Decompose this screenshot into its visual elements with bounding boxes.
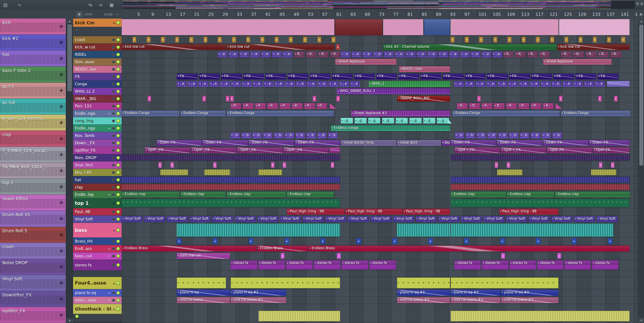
playlist-grid[interactable]: ▸▸▸▸▸▸▸▸▸▸▸▸▸▸▸▸▸▸▸▸▸▸▸▸▸▸▸▸▸kick low cu… — [122, 18, 638, 323]
collapse-icon[interactable]: ▲ — [113, 229, 115, 232]
clip[interactable] — [122, 19, 334, 35]
track-lane-stre-ause[interactable]: ▸Street Applause▸Street Applause — [122, 58, 638, 66]
clip-vinyl-soft[interactable]: ▸Vinyl Soft — [528, 216, 550, 222]
clip-vinyl-soft[interactable]: ▸Vinyl Soft — [484, 216, 505, 222]
pan-knob[interactable] — [112, 156, 115, 159]
clip[interactable] — [450, 19, 558, 35]
clip-stereo-fx[interactable]: ▸stereo fx — [482, 260, 508, 270]
clip-endless-conga[interactable]: ▸Endless Conga — [180, 110, 226, 116]
clip[interactable]: ▸ — [317, 37, 322, 43]
clip-endless-conga[interactable]: ▸Endless Conga — [452, 110, 560, 116]
clip-p[interactable]: ▸P.. — [506, 103, 517, 109]
track-lane-snar-fect[interactable]: ▸▸▸▸▸▸▸▸▸▸ — [122, 161, 638, 169]
track-lane-perc-133[interactable]: ▸P..▸P..▸P..▸P..▸P..▸P..▸P..▸P..▸P..▸P..… — [122, 102, 638, 110]
clip-endless-conga[interactable]: ▸Endless Conga — [226, 110, 334, 116]
clip-vinyl-soft[interactable]: ▸Vinyl Soft — [280, 216, 301, 222]
clip-fx[interactable]: ▸FX — [398, 73, 419, 79]
clip-down-fx[interactable]: ▸Down..FX — [543, 140, 589, 146]
clip-a[interactable]: ▸..a — [498, 81, 507, 87]
track-lane-cong-ling[interactable]: ▸..g▸..g▸..g▸..g▸..g▸..g▸..g▸..g — [122, 117, 638, 125]
picker-item-top-1[interactable]: top 1+ — [0, 179, 66, 195]
clip-r[interactable]: ▸R.. — [527, 51, 538, 57]
track-header-stre-ause[interactable]: Stre..ause — [73, 58, 122, 65]
pan-knob[interactable] — [112, 83, 115, 85]
clip[interactable]: ▸ — [230, 96, 234, 102]
picker-item-t-tsmk5-124-vocal[interactable]: T_TSMK5_124_vocal..+ — [0, 147, 66, 163]
clip-b[interactable]: ▸..b — [487, 132, 497, 138]
track-lane-bass[interactable] — [122, 223, 638, 238]
clip-mid-cut-piano-3[interactable]: ▸mid cut piano #3 — [501, 297, 558, 303]
clip[interactable]: ▸ — [202, 96, 206, 102]
clip-endless-clap[interactable]: ▸Endless clap — [180, 191, 226, 197]
clip-a[interactable]: ▸..a — [340, 81, 349, 87]
clip-a[interactable]: ▸..a — [274, 81, 284, 87]
clip-street-applause[interactable]: ▸Street Applause — [335, 59, 396, 65]
picker-scrollbar[interactable]: ▲ ▼ — [66, 18, 74, 323]
pan-knob[interactable] — [112, 210, 115, 213]
mute-led[interactable] — [116, 134, 120, 137]
track-lane-ghosthack-slap[interactable] — [122, 304, 638, 322]
clip-b[interactable]: ▸..b — [498, 132, 508, 138]
clip[interactable] — [258, 311, 340, 322]
clip[interactable]: ▸ — [281, 253, 285, 259]
track-lane-noizu-iser[interactable]: ▸NOIZU_riser — [122, 66, 638, 73]
clip-vinyl-soft[interactable]: ▸Vinyl Soft — [506, 216, 527, 222]
clip-r[interactable]: ▸R.. — [561, 51, 572, 57]
clip[interactable] — [450, 177, 630, 183]
clip-e[interactable]: ▸..e — [239, 51, 249, 57]
track-lane-top-1[interactable]: › › › › › › › › › › › › › › › › › › › › … — [122, 198, 638, 208]
clip-e[interactable]: ▸..e — [427, 51, 437, 57]
clip-piano-hi-eq[interactable]: ▸piano hi eq — [177, 290, 230, 296]
clip-fx[interactable]: ▸FX — [465, 73, 486, 79]
clip[interactable]: ▸ — [493, 37, 498, 43]
track-header-four4-ouse[interactable]: Four4..ouse▲ — [73, 277, 122, 289]
snap-dot-button[interactable] — [116, 12, 120, 16]
clip-r[interactable]: ▸R.. — [586, 51, 596, 57]
pan-knob[interactable] — [112, 240, 115, 243]
track-header-brass-hit[interactable]: Brass_Hit — [73, 238, 122, 245]
clip[interactable]: ▸ — [232, 37, 236, 43]
mute-led[interactable] — [116, 164, 120, 167]
picker-item-vinyl-soft[interactable]: Vinyl Soft+ — [0, 275, 66, 291]
clip-endless-clap[interactable]: ▸Endless clap — [555, 191, 630, 197]
picker-item-ta-mk4-vox-call[interactable]: TA_MK4_VOX_CALL_..+ — [0, 163, 66, 179]
track-lane-mid-c-iano[interactable]: ▸mid cut piano▸mid cut piano #2▸mid cut … — [122, 297, 638, 304]
clip-a[interactable]: ▸..a — [486, 81, 496, 87]
clip-b[interactable]: ▸..b — [285, 132, 294, 138]
clip[interactable]: ▸ — [599, 162, 602, 168]
clip-fx[interactable]: ▸FX — [442, 73, 463, 79]
clip[interactable]: ▸ — [170, 162, 174, 168]
picker-item-bs-f3[interactable]: bs F3+ — [0, 83, 66, 98]
scroll-handle[interactable] — [639, 25, 643, 166]
clip-r[interactable]: ▸R.. — [515, 51, 526, 57]
pan-knob[interactable] — [112, 134, 115, 137]
track-lane[interactable] — [122, 271, 638, 277]
track-header-endle-lap[interactable]: Endle..lap∞ — [73, 191, 122, 198]
clip-p[interactable]: ▸P.. — [457, 103, 468, 109]
step-slide-toggle[interactable] — [97, 12, 102, 16]
clip-e[interactable]: ▸..e — [395, 51, 405, 57]
track-title-bar[interactable]: Ghosthack - Slap..▲ — [73, 304, 122, 314]
mute-led[interactable] — [75, 315, 79, 318]
clip-e[interactable]: ▸..e — [492, 51, 502, 57]
clip-e[interactable]: ▸..e — [272, 51, 282, 57]
clip[interactable]: ▸ — [337, 253, 341, 259]
clip-p[interactable]: ▸P.. — [292, 103, 303, 109]
clip-b[interactable]: ▸..b — [509, 132, 518, 138]
clip-vinyl-soft[interactable]: ▸Vinyl Soft — [393, 216, 414, 222]
clip-kick-low-cut[interactable]: ▸kick low cut — [226, 44, 334, 50]
clip-b[interactable]: ▸..b — [274, 132, 284, 138]
clip-endless-clap[interactable]: ▸Endless clap — [507, 191, 554, 197]
mute-led[interactable] — [116, 210, 120, 214]
pan-knob[interactable] — [112, 247, 115, 250]
clip-vinyl-soft[interactable]: ▸Vinyl Soft — [235, 216, 256, 222]
clip[interactable]: ▸ — [501, 253, 505, 259]
track-lane-fx[interactable]: ▸FX▸FX▸FX▸FX▸FX▸FX▸FX▸FX▸FX▸FX▸FX▸FX▸FX▸… — [122, 73, 638, 80]
mute-led[interactable] — [116, 141, 120, 145]
track-lane-endl-ass[interactable]: ▸Endless Brass▸Endless Brass▸Endless Bra… — [122, 245, 638, 252]
track-lane-hat[interactable] — [122, 176, 638, 184]
clip[interactable]: ▸ — [608, 238, 613, 244]
clip[interactable] — [450, 184, 630, 190]
clip-noise-doct[interactable]: ▸noise doct — [397, 140, 441, 146]
clip[interactable] — [607, 81, 630, 87]
